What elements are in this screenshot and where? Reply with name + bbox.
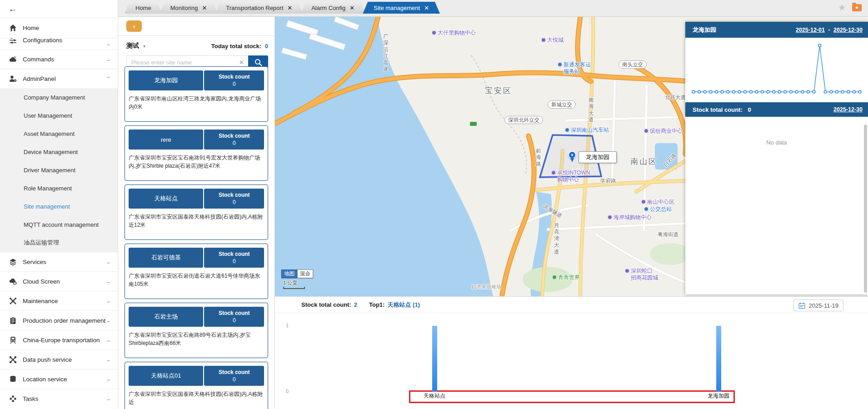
vertical-scrollbar[interactable] xyxy=(864,125,867,293)
sidebar-item-home[interactable]: Home xyxy=(0,18,118,38)
sidebar-item-label: AdminPanel xyxy=(23,75,56,82)
chevron-down-icon: ⌄ xyxy=(105,41,111,47)
sidebar-item-inner: Cloud Screen xyxy=(9,278,118,285)
close-tab-icon[interactable]: ✕ xyxy=(287,5,292,11)
chevron-down-icon: ⌄ xyxy=(105,298,111,304)
site-card-header: 天格站点01Stock count0 xyxy=(129,366,264,386)
close-tab-icon[interactable]: ✕ xyxy=(424,5,429,11)
map-label-line: 路 xyxy=(536,161,541,167)
panel-collapse-button[interactable]: ‹ xyxy=(126,20,142,32)
group-selector[interactable]: 测试 ▾ xyxy=(126,42,145,50)
date-picker[interactable]: 2025-11-19 xyxy=(793,299,843,311)
bar-龙海加园 xyxy=(716,326,721,392)
sidebar-item-油品运输管理[interactable]: 油品运输管理 xyxy=(0,234,118,252)
sidebar-item-site-management[interactable]: Site management xyxy=(0,197,118,215)
date-range: 2025-12-01 - 2025-12-30 xyxy=(796,27,863,33)
sidebar-item-user-management[interactable]: User Management xyxy=(0,106,118,125)
today-total-stock: Today total stock: 0 xyxy=(211,43,268,50)
sidebar-item-company-management[interactable]: Company Management xyxy=(0,88,118,106)
poi-purple-dot-icon xyxy=(641,200,646,204)
sidebar-subitem-label: Device Management xyxy=(24,149,78,155)
commands-icon xyxy=(9,55,17,63)
map-label-line: 学府路 xyxy=(600,178,616,184)
maintenance-icon xyxy=(9,297,17,305)
map-label: 海岸城购物中心 xyxy=(608,214,652,221)
star-icon[interactable]: ★ xyxy=(838,3,846,12)
map-scale: 1 公里 xyxy=(283,279,305,289)
stock-total-bar: Stock total count: 0 2025-12-30 xyxy=(685,102,868,117)
site-card-rere[interactable]: rereStock count0广东省深圳市宝安区宝石南路91号宏发大世界购物广… xyxy=(125,125,268,181)
site-card-address: 广东省深圳市宝安区国泰路天格科技园(石岩园)内,A栋附近12米 xyxy=(129,213,264,229)
map-label-line: 服务站 xyxy=(564,68,591,75)
sidebar-item-production-order-management[interactable]: Production order management⌄ xyxy=(0,310,118,330)
sidebar-item-asset-management[interactable]: Asset Management xyxy=(0,125,118,143)
today-total-label: Today total stock: xyxy=(211,43,261,50)
map-type-switcher: 地图混合 xyxy=(281,269,313,278)
favorites-folder-icon[interactable]: ★ xyxy=(852,4,862,11)
map-label: 滨海隧道 xyxy=(542,203,564,219)
stock-count-label: Stock count xyxy=(219,310,250,316)
map-label-line: 公交总站 xyxy=(650,206,672,212)
site-card-石岩主场[interactable]: 石岩主场Stock count0广东省深圳市宝安区宝石南路89号石岩主场内,岁宝… xyxy=(125,303,268,358)
map-type-地图[interactable]: 地图 xyxy=(281,269,297,278)
date-range-end-link[interactable]: 2025-12-30 xyxy=(833,27,863,33)
map-label: 新通发客运服务站 xyxy=(558,61,591,75)
sidebar-item-label: Cloud Screen xyxy=(23,278,60,285)
today-total-value: 0 xyxy=(265,43,268,50)
site-card-龙海加园[interactable]: 龙海加园Stock count0广东省深圳市南山区桂湾三路龙海家园内,龙海商业广… xyxy=(125,66,268,122)
sidebar-item-maintenance[interactable]: Maintenance⌄ xyxy=(0,291,118,310)
site-card-石岩可德基[interactable]: 石岩可德基Stock count0广东省深圳市宝安区石岩街道石岩大道61号佳华商… xyxy=(125,244,268,299)
tab-home[interactable]: Home xyxy=(125,2,162,14)
site-list-panel: ‹ 测试 ▾ Today total stock: 0 ✕ 龙海加园Sto xyxy=(118,17,275,409)
stock-total-date-link[interactable]: 2025-12-30 xyxy=(833,106,863,113)
tab-site-management[interactable]: Site management✕ xyxy=(363,2,440,14)
sidebar-collapse-button[interactable]: ← xyxy=(0,0,118,18)
chevron-down-icon: ⌄ xyxy=(105,56,111,62)
site-card-天格站点01[interactable]: 天格站点01Stock count0广东省深圳市宝安区国泰路天格科技园(石岩园)… xyxy=(125,362,268,409)
close-tab-icon[interactable]: ✕ xyxy=(202,5,207,11)
sidebar-item-location-service[interactable]: Location service⌄ xyxy=(0,369,118,389)
map-type-混合[interactable]: 混合 xyxy=(297,269,313,278)
map-label-line: 新通发客运 xyxy=(564,61,591,68)
sidebar-item-mqtt-account-management[interactable]: MQTT account management xyxy=(0,215,118,234)
chevron-down-icon: ⌄ xyxy=(105,337,111,343)
map-scale-label: 1 公里 xyxy=(283,280,297,285)
map-label: 公交总站 xyxy=(644,206,672,213)
stock-count-value: 0 xyxy=(233,258,236,264)
sidebar-item-device-management[interactable]: Device Management xyxy=(0,143,118,161)
close-tab-icon[interactable]: ✕ xyxy=(349,5,354,11)
tab-label: Home xyxy=(135,5,151,11)
sidebar-item-commands[interactable]: Commands⌄ xyxy=(0,49,118,69)
map-label-line: 深 xyxy=(383,40,389,46)
map-label-line: 南山区 xyxy=(630,157,658,166)
site-card-天格站点[interactable]: 天格站点Stock count0广东省深圳市宝安区国泰路天格科技园(石岩园)内,… xyxy=(125,185,268,240)
site-card-name: 龙海加园 xyxy=(129,70,203,90)
tab-monitoring[interactable]: Monitoring✕ xyxy=(160,2,218,14)
sidebar-item-label: Services xyxy=(23,259,46,265)
map-label: 学府路 xyxy=(600,178,616,184)
map-label-line: 滨海隧道 xyxy=(542,203,563,219)
map-label-line: 宝安区 xyxy=(485,86,512,95)
cloud-screen-icon xyxy=(9,278,17,285)
sidebar-item-adminpanel[interactable]: AdminPanel⌃ xyxy=(0,69,118,88)
sidebar-item-cloud-screen[interactable]: Cloud Screen⌄ xyxy=(0,271,118,291)
date-range-start-link[interactable]: 2025-12-01 xyxy=(796,27,825,33)
axis-highlight-red-box xyxy=(409,390,735,403)
sidebar-item-configurations[interactable]: Configurations⌄ xyxy=(0,38,118,49)
map-label: 新城立交 xyxy=(548,100,576,109)
sidebar-item-tasks[interactable]: Tasks⌄ xyxy=(0,389,118,408)
site-card-address: 广东省深圳市宝安区宝石南路91号宏发大世界购物广场内,岁宝Shirble pla… xyxy=(129,154,264,170)
stock-total-label: Stock total count: xyxy=(693,106,743,113)
sidebar-subitem-label: Asset Management xyxy=(24,130,75,137)
site-marker-pin[interactable] xyxy=(568,151,576,163)
sidebar-submenu: Company ManagementUser ManagementAsset M… xyxy=(0,88,118,252)
tab-transportation-report[interactable]: Transportation Report✕ xyxy=(215,2,303,14)
sidebar-item-china-europe-transportation[interactable]: China-Europe transportation⌄ xyxy=(0,330,118,349)
tab-alarm-config[interactable]: Alarm Config✕ xyxy=(300,2,365,14)
sidebar-item-role-management[interactable]: Role Management xyxy=(0,179,118,197)
sidebar-item-driver-management[interactable]: Driver Management xyxy=(0,161,118,179)
sidebar-item-data-push-service[interactable]: Data push service⌄ xyxy=(0,349,118,369)
sidebar-item-inner: Location service xyxy=(9,375,118,383)
sidebar-item-services[interactable]: Services⌄ xyxy=(0,252,118,271)
location-service-icon xyxy=(9,375,17,383)
